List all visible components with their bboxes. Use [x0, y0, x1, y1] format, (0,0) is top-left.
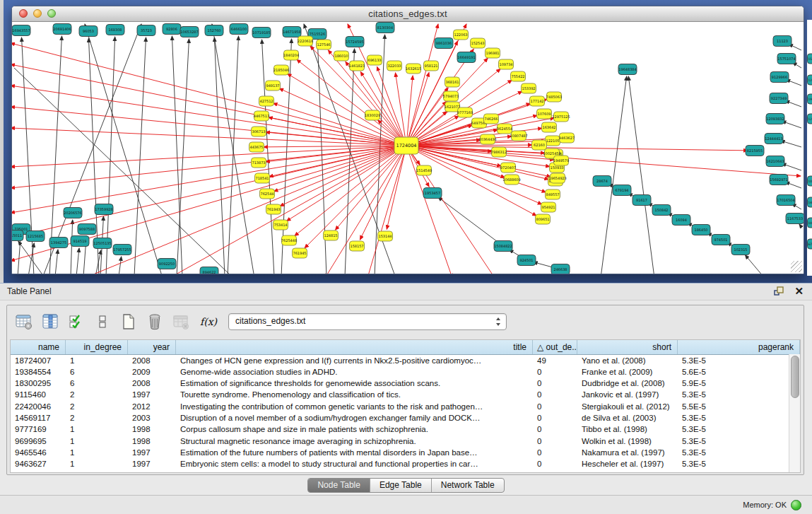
- citation-network-graph[interactable]: 1694355720691406960531693083572392806106…: [12, 22, 804, 274]
- graph-node[interactable]: 62160: [532, 140, 547, 150]
- table-cell[interactable]: 5.5E-5: [678, 401, 800, 412]
- graph-node[interactable]: 1724004: [394, 137, 418, 154]
- graph-node[interactable]: 3915011: [12, 230, 23, 241]
- graph-node[interactable]: 849557: [546, 189, 560, 199]
- new-file-icon[interactable]: [119, 313, 138, 331]
- graph-node[interactable]: 894622: [200, 267, 218, 274]
- table-row[interactable]: 2242004622012Investigating the contribut…: [11, 401, 800, 412]
- table-cell[interactable]: 6: [66, 366, 128, 378]
- table-cell[interactable]: 0: [533, 424, 577, 436]
- graph-node[interactable]: 127546: [317, 40, 331, 49]
- graph-node[interactable]: 2185046: [273, 65, 289, 75]
- table-cell[interactable]: 5.3E-5: [678, 424, 800, 436]
- table-cell[interactable]: Genome-wide association studies in ADHD.: [176, 366, 533, 378]
- graph-node[interactable]: 16210643: [766, 156, 784, 167]
- graph-node[interactable]: 755422: [511, 71, 526, 81]
- graph-node[interactable]: 1215685: [26, 231, 45, 242]
- graph-node[interactable]: 15692971: [770, 175, 788, 185]
- graph-node[interactable]: 15751074: [777, 54, 796, 64]
- graph-node[interactable]: 28674: [593, 176, 611, 187]
- graph-node[interactable]: 7625448: [281, 235, 297, 245]
- graph-node[interactable]: 9463627: [559, 133, 575, 143]
- table-cell[interactable]: 0: [533, 366, 577, 378]
- close-panel-icon[interactable]: ✕: [794, 285, 804, 298]
- table-row[interactable]: 1830029562008Estimation of significance …: [11, 378, 800, 390]
- table-cell[interactable]: 18724007: [11, 355, 66, 366]
- table-cell[interactable]: Franke et al. (2009): [577, 366, 678, 378]
- graph-node[interactable]: 186010: [334, 51, 349, 61]
- graph-node[interactable]: 9092250: [158, 259, 176, 269]
- table-cell[interactable]: 18300295: [11, 378, 66, 390]
- table-row[interactable]: 946554611997Estimation of the future num…: [11, 447, 800, 458]
- rows-icon[interactable]: [93, 313, 112, 331]
- table-cell[interactable]: 1: [66, 424, 128, 436]
- graph-node[interactable]: 20206576: [64, 208, 82, 218]
- table-row[interactable]: 977716911998Corpus callosum shape and si…: [11, 424, 800, 436]
- table-cell[interactable]: Wolkin et al. (1998): [577, 436, 678, 447]
- network-window[interactable]: citations_edges.txt 16943557206914069605…: [11, 6, 804, 274]
- table-cell[interactable]: 0: [533, 412, 577, 424]
- table-cell[interactable]: Yano et al. (2008): [577, 355, 678, 366]
- graph-node[interactable]: 8215955: [746, 146, 764, 156]
- graph-node[interactable]: 153392: [522, 83, 536, 93]
- graph-node[interactable]: 152543: [471, 38, 486, 48]
- tab-network-table[interactable]: Network Table: [432, 479, 504, 492]
- function-builder-icon[interactable]: f(x): [200, 316, 217, 327]
- scrollbar-thumb[interactable]: [791, 356, 799, 398]
- table-cell[interactable]: 2008: [128, 355, 176, 366]
- graph-node[interactable]: 196981: [486, 48, 500, 58]
- graph-node[interactable]: 92806: [163, 24, 181, 35]
- graph-node[interactable]: 9129966: [770, 72, 789, 83]
- table-cell[interactable]: 0: [533, 401, 577, 412]
- table-cell[interactable]: Corpus callosum shape and size in male p…: [176, 424, 533, 436]
- graph-node[interactable]: 713873: [252, 158, 266, 168]
- graph-node[interactable]: 14671958: [283, 27, 301, 37]
- table-cell[interactable]: Structural magnetic resonance image aver…: [176, 436, 533, 447]
- table-cell[interactable]: Estimation of significance thresholds fo…: [176, 378, 533, 390]
- graph-node[interactable]: 10719185: [252, 28, 271, 38]
- table-row[interactable]: 969969511998Structural magnetic resonanc…: [11, 436, 800, 447]
- graph-node[interactable]: 2220618: [298, 36, 313, 46]
- graph-node[interactable]: 16094: [672, 215, 690, 226]
- graph-canvas[interactable]: 1694355720691406960531693083572392806106…: [12, 22, 804, 274]
- vertical-scrollbar[interactable]: [789, 354, 800, 472]
- table-cell[interactable]: 9699695: [11, 436, 66, 447]
- graph-node[interactable]: 809651: [536, 214, 551, 224]
- graph-node[interactable]: 958121: [424, 61, 439, 71]
- graph-node[interactable]: 974501: [712, 235, 730, 245]
- table-cell[interactable]: 0: [533, 390, 577, 401]
- tab-node-table[interactable]: Node Table: [308, 479, 370, 492]
- graph-node[interactable]: 718541: [255, 173, 270, 183]
- table-cell[interactable]: Jankovic et al. (1997): [577, 390, 678, 401]
- graph-node[interactable]: 20691406: [53, 24, 71, 35]
- graph-node[interactable]: 16649191: [457, 52, 476, 63]
- column-header-pagerank[interactable]: pagerank: [678, 340, 800, 354]
- table-row[interactable]: 1872400712008Changes of HCN gene express…: [11, 355, 800, 366]
- graph-node[interactable]: 17016504: [777, 195, 795, 206]
- table-cell[interactable]: 0: [533, 378, 577, 390]
- table-cell[interactable]: 5.3E-5: [678, 390, 800, 401]
- column-header-title[interactable]: title: [176, 340, 533, 354]
- table-cell[interactable]: 5.3E-5: [678, 436, 800, 447]
- table-cell[interactable]: Embryonic stem cells: a model to study s…: [176, 459, 533, 470]
- graph-node[interactable]: 368161: [445, 77, 460, 87]
- table-selector[interactable]: citations_edges.txt: [228, 313, 507, 330]
- table-cell[interactable]: 5.3E-5: [678, 459, 800, 470]
- table-cell[interactable]: 0: [533, 447, 577, 458]
- window-titlebar[interactable]: citations_edges.txt: [12, 6, 804, 22]
- table-cell[interactable]: 1: [66, 459, 128, 470]
- table-cell[interactable]: Nakamura et al. (1997): [577, 447, 678, 458]
- table-cell[interactable]: 1998: [128, 436, 176, 447]
- graph-node[interactable]: 169308: [106, 25, 124, 35]
- graph-node[interactable]: 17359928: [95, 204, 113, 215]
- graph-node[interactable]: 914519: [71, 236, 89, 247]
- graph-node[interactable]: 150842: [652, 205, 671, 216]
- graph-node[interactable]: 102315: [731, 245, 750, 255]
- table-cell[interactable]: 2009: [128, 366, 176, 378]
- graph-node[interactable]: 1461823: [349, 61, 365, 71]
- graph-node[interactable]: 4467513: [254, 111, 269, 121]
- column-header-year[interactable]: year: [128, 340, 176, 354]
- graph-node[interactable]: 746266: [484, 114, 499, 124]
- graph-node[interactable]: 427512: [259, 96, 274, 106]
- table-cell[interactable]: 9777169: [11, 424, 66, 436]
